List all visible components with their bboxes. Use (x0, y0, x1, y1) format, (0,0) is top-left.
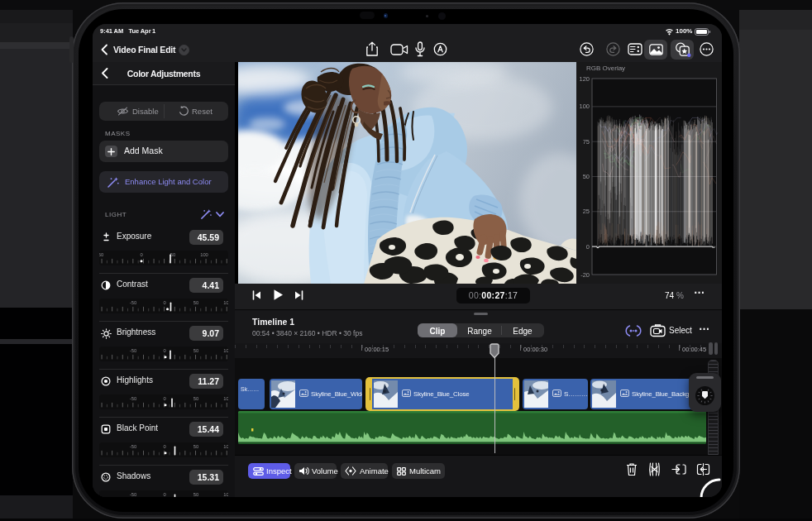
svg-text:-20: -20 (580, 271, 590, 279)
svg-text:100: 100 (223, 348, 228, 353)
svg-text:50: 50 (193, 492, 198, 497)
svg-text:50: 50 (193, 300, 198, 305)
svg-text:-50: -50 (130, 300, 136, 305)
svg-text:0: 0 (163, 492, 165, 497)
svg-text:-50: -50 (130, 444, 136, 449)
svg-text:0: 0 (163, 348, 165, 353)
svg-text:0: 0 (163, 396, 165, 401)
svg-text:100: 100 (223, 444, 228, 449)
svg-text:50: 50 (193, 444, 198, 449)
svg-text:50: 50 (193, 396, 198, 401)
svg-text:100: 100 (223, 300, 228, 305)
svg-text:75: 75 (583, 138, 590, 146)
svg-text:-50: -50 (130, 348, 136, 353)
svg-text:0: 0 (140, 252, 142, 257)
svg-text:0: 0 (586, 243, 590, 251)
svg-text:25: 25 (583, 208, 590, 215)
svg-text:50: 50 (99, 252, 103, 257)
svg-text:120: 120 (579, 75, 590, 83)
svg-text:100: 100 (200, 252, 208, 257)
svg-text:-50: -50 (130, 396, 136, 401)
svg-text:100: 100 (579, 103, 590, 110)
svg-text:100: 100 (223, 492, 228, 497)
svg-text:50: 50 (583, 173, 590, 180)
svg-text:100: 100 (223, 396, 228, 401)
svg-text:50: 50 (193, 348, 198, 353)
svg-text:-50: -50 (130, 492, 136, 497)
svg-text:0: 0 (163, 300, 165, 305)
svg-text:0: 0 (163, 444, 165, 449)
